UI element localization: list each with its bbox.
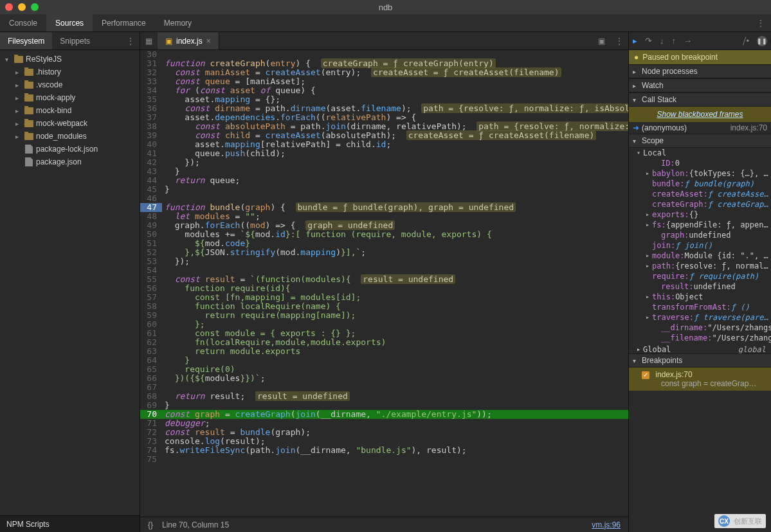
pretty-print-icon[interactable]: {} [148,520,153,529]
folder-node[interactable]: ▾ReStyleJS [0,53,140,66]
line-number[interactable]: 31 [140,59,162,68]
npm-scripts-panel[interactable]: NPM Scripts [0,515,140,532]
scope-variable[interactable]: ▸fs: {appendFile: ƒ, appen… [631,220,771,230]
line-number[interactable]: 50 [140,230,162,239]
minimize-window-icon[interactable] [18,3,26,11]
section-breakpoints[interactable]: ▾Breakpoints [629,353,771,368]
close-tab-icon[interactable]: × [206,37,211,46]
line-number[interactable]: 67 [140,383,162,392]
scope-variable[interactable]: graph: undefined [631,230,771,240]
code-line[interactable] [162,383,628,392]
code-line[interactable] [162,194,628,203]
section-call-stack[interactable]: ▾Call Stack [629,93,771,107]
scope-variable[interactable]: ID: 0 [631,158,771,168]
line-number[interactable]: 39 [140,131,162,140]
code-line[interactable]: }); [162,158,628,167]
breakpoint-checkbox[interactable]: ✓ [642,371,649,379]
line-number[interactable]: 49 [140,221,162,230]
line-number[interactable]: 62 [140,338,162,347]
folder-node[interactable]: ▸.vscode [0,78,140,91]
code-line[interactable]: let modules = ""; [162,212,628,221]
deactivate-breakpoints-icon[interactable]: ⧸• [743,36,749,46]
more-tabs-icon[interactable]: ⋮ [750,14,771,31]
code-line[interactable] [162,455,628,464]
line-number[interactable]: 47 [140,203,162,212]
code-line[interactable]: }); [162,257,628,266]
step-into-icon[interactable]: ↓ [660,36,664,46]
tab-snippets[interactable]: Snippets [52,32,98,49]
code-line[interactable]: } [162,185,628,194]
line-number[interactable]: 58 [140,302,162,311]
code-line[interactable]: const maniAsset = createAsset(entry); cr… [162,68,628,77]
editor-more-icon[interactable]: ⋮ [610,32,628,49]
line-number[interactable]: 35 [140,95,162,104]
line-number[interactable]: 68 [140,392,162,401]
file-node[interactable]: package.json [0,155,140,168]
line-number[interactable]: 46 [140,194,162,203]
code-line[interactable]: graph.forEach((mod) => { graph = undefin… [162,221,628,230]
code-line[interactable] [162,50,628,59]
line-number[interactable]: 61 [140,329,162,338]
scope-variable[interactable]: ▸module: Module {id: ".", … [631,251,771,261]
scope-variable[interactable]: ▸babylon: {tokTypes: {…}, … [631,168,771,179]
code-line[interactable]: function bundle(graph) { bundle = ƒ bund… [162,203,628,212]
line-number[interactable]: 34 [140,86,162,95]
tab-memory[interactable]: Memory [155,14,201,31]
line-number[interactable]: 53 [140,257,162,266]
line-number[interactable]: 65 [140,365,162,374]
scope-variable[interactable]: join: ƒ join() [631,240,771,251]
tab-performance[interactable]: Performance [93,14,155,31]
folder-node[interactable]: ▸mock-webpack [0,117,140,130]
line-number[interactable]: 70 [140,410,162,419]
code-line[interactable]: ${mod.code} [162,239,628,248]
code-line[interactable]: } [162,356,628,365]
line-number[interactable]: 48 [140,212,162,221]
folder-node[interactable]: ▸node_modules [0,130,140,143]
scope-variable[interactable]: result: undefined [631,281,771,292]
code-line[interactable]: const child = createAsset(absolutePath);… [162,131,628,140]
scope-variable[interactable]: transformFromAst: ƒ () [631,302,771,312]
resume-icon[interactable]: ▸ [633,36,637,46]
folder-node[interactable]: ▸.history [0,66,140,78]
code-line[interactable]: const result = `(function(modules){ resu… [162,275,628,284]
line-number[interactable]: 72 [140,428,162,437]
code-line[interactable]: return module.exports [162,347,628,356]
line-number[interactable]: 57 [140,293,162,302]
line-number[interactable]: 33 [140,77,162,86]
code-line[interactable]: const module = { exports : {} }; [162,329,628,338]
line-number[interactable]: 37 [140,113,162,122]
line-number[interactable]: 69 [140,401,162,410]
pause-on-exceptions-icon[interactable]: ❚❚ [757,36,767,46]
line-number[interactable]: 44 [140,176,162,185]
line-number[interactable]: 60 [140,320,162,329]
line-number[interactable]: 41 [140,149,162,158]
code-line[interactable]: } [162,167,628,176]
code-line[interactable]: const result = bundle(graph); [162,428,628,437]
more-sidebar-icon[interactable]: ⋮ [122,32,140,49]
line-number[interactable]: 54 [140,266,162,275]
scope-variable[interactable]: createAsset: ƒ createAsse… [631,189,771,199]
code-line[interactable]: }; [162,320,628,329]
code-line[interactable]: return result; result = undefined [162,392,628,401]
line-number[interactable]: 45 [140,185,162,194]
editor-tab-indexjs[interactable]: ▣ index.js × [158,32,219,49]
section-node-processes[interactable]: ▸Node processes [629,64,771,78]
scope-variable[interactable]: ▸this: Object [631,292,771,302]
code-line[interactable]: require(0) [162,365,628,374]
line-number[interactable]: 32 [140,68,162,77]
toggle-breakpoint-icon[interactable]: ▣ [593,32,610,49]
code-line[interactable]: fn(localRequire,module,module.exports) [162,338,628,347]
code-line[interactable]: fs.writeFileSync(path.join(__dirname, "b… [162,446,628,455]
code-line[interactable]: queue.push(child); [162,149,628,158]
code-line[interactable]: const absolutePath = path.join(dirname, … [162,122,628,131]
code-line[interactable]: console.log(result); [162,437,628,446]
tab-sources[interactable]: Sources [46,14,93,31]
nav-file-tree-icon[interactable]: ▦ [140,32,158,49]
scope-variable[interactable]: __filename: "/Users/zhang… [631,333,771,343]
line-number[interactable]: 42 [140,158,162,167]
scope-variable[interactable]: ▸traverse: ƒ traverse(pare… [631,312,771,323]
code-line[interactable]: function localRequire(name) { [162,302,628,311]
line-number[interactable]: 40 [140,140,162,149]
line-number[interactable]: 63 [140,347,162,356]
code-line[interactable]: const dirname = path.dirname(asset.filen… [162,104,628,113]
